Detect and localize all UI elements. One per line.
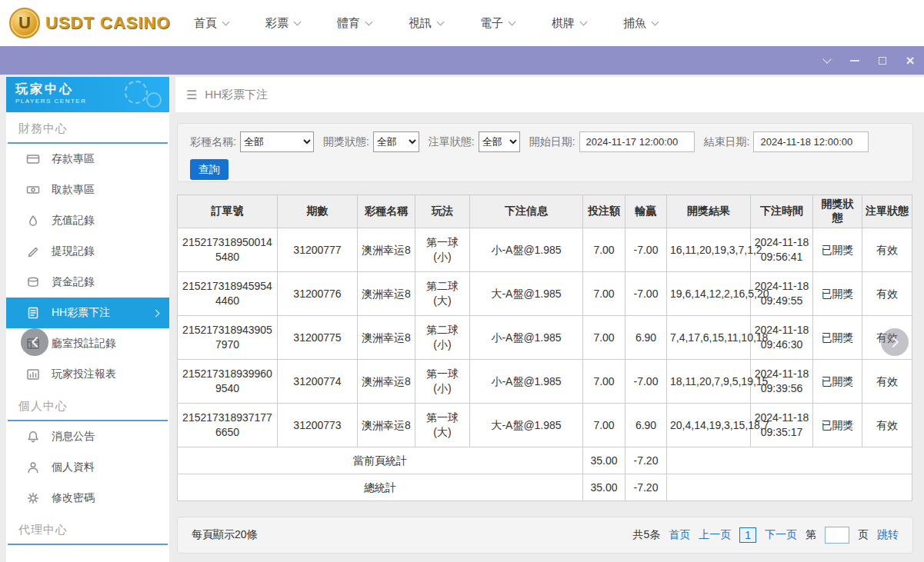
cell-play: 第一球(小) <box>415 360 470 404</box>
section-header-agent: 代理中心 <box>8 514 168 545</box>
cell-order-id: 2152173189399609540 <box>178 360 278 404</box>
order-status-select[interactable]: 全部 <box>479 131 520 152</box>
chevron-right-icon <box>152 309 160 317</box>
lottery-name-select[interactable]: 全部 <box>240 131 314 152</box>
sidebar-item-label: 消息公告 <box>52 430 95 444</box>
sidebar-item-withdraw[interactable]: 取款專區 <box>6 175 169 205</box>
cell-lottery: 澳洲幸运8 <box>358 404 415 447</box>
section-header-personal: 個人中心 <box>8 390 168 421</box>
draw-status-label: 開獎狀態: <box>323 135 369 149</box>
scroll-left-button[interactable] <box>21 328 48 356</box>
coin-logo-icon: U <box>9 8 40 38</box>
nav-item-slots[interactable]: 電子 <box>480 16 515 31</box>
page-jump-input[interactable] <box>825 527 849 544</box>
jump-link[interactable]: 跳转 <box>877 528 899 542</box>
table-row: 2152173189500145480 31200777 澳洲幸运8 第一球(小… <box>178 228 912 272</box>
collapse-button[interactable] <box>821 55 833 67</box>
sidebar-item-label: 修改密碼 <box>52 491 95 505</box>
nav-label: 彩票 <box>265 16 289 31</box>
sidebar-item-label: 個人資料 <box>52 461 95 474</box>
bell-icon <box>26 431 40 443</box>
breadcrumb: ☰ HH彩票下注 <box>175 77 924 112</box>
chevron-down-icon <box>580 18 588 26</box>
minimize-button[interactable] <box>849 55 861 67</box>
cell-amount: 7.00 <box>583 316 625 360</box>
nav-label: 棋牌 <box>552 16 575 31</box>
total-count-text: 共5条 <box>632 528 660 542</box>
draw-status-select[interactable]: 全部 <box>373 131 419 152</box>
maximize-button[interactable] <box>876 55 889 67</box>
sidebar-item-label: 取款專區 <box>52 183 95 197</box>
scroll-right-button[interactable] <box>881 328 909 356</box>
droplet-icon <box>26 214 40 227</box>
coin-letter: U <box>18 13 31 33</box>
sidebar-item-player-bet-report[interactable]: 玩家投注報表 <box>6 359 169 390</box>
cell-lottery: 澳洲幸运8 <box>358 228 415 272</box>
start-date-input[interactable] <box>579 131 695 152</box>
pencil-icon <box>26 245 40 258</box>
table-row: 2152173189399609540 31200774 澳洲幸运8 第一球(小… <box>178 360 912 404</box>
sidebar-item-label: 資金記錄 <box>52 275 95 289</box>
sidebar-item-label: 存款專區 <box>52 152 95 166</box>
window-titlebar: × <box>0 46 924 75</box>
cell-amount: 7.00 <box>583 272 625 316</box>
close-button[interactable]: × <box>904 55 916 67</box>
current-page-indicator[interactable]: 1 <box>739 527 756 543</box>
players-center-header: 玩家中心 PLAYERS CENTER <box>6 77 169 112</box>
page-summary-win-loss: -7.20 <box>625 447 667 474</box>
search-button[interactable]: 查詢 <box>190 159 228 180</box>
cell-draw-status: 已開獎 <box>813 404 862 447</box>
next-page-link[interactable]: 下一页 <box>765 528 797 542</box>
nav-item-cards[interactable]: 棋牌 <box>552 16 586 31</box>
cell-bet-info: 小-A盤@1.985 <box>470 228 583 272</box>
gear-icon <box>26 492 40 504</box>
end-date-input[interactable] <box>753 131 869 152</box>
report-chart-icon <box>26 368 40 381</box>
sidebar-item-withdrawal-records[interactable]: 提現記錄 <box>6 236 169 267</box>
close-icon: × <box>906 53 914 68</box>
sidebar-item-hh-lottery-bets[interactable]: HH彩票下注 <box>6 298 169 328</box>
sidebar-item-deposit[interactable]: 存款專區 <box>6 144 169 175</box>
nav-item-live[interactable]: 視訊 <box>409 16 443 31</box>
sidebar-item-announcements[interactable]: 消息公告 <box>6 421 169 452</box>
cell-order-status: 有效 <box>862 228 912 272</box>
nav-label: 體育 <box>337 16 360 31</box>
sidebar: 玩家中心 PLAYERS CENTER 財務中心 存款專區 取款專區 充值記錄 … <box>6 77 169 562</box>
nav-label: 首頁 <box>194 16 217 31</box>
chevron-left-icon <box>31 337 42 348</box>
nav-item-home[interactable]: 首頁 <box>194 16 228 31</box>
per-page-text: 每頁顯示20條 <box>192 528 258 542</box>
prev-page-link[interactable]: 上一页 <box>699 528 731 542</box>
nav-item-sports[interactable]: 體育 <box>337 16 372 31</box>
page-summary-amount: 35.00 <box>583 447 625 474</box>
maximize-icon <box>879 57 886 65</box>
cell-bet-info: 大-A盤@1.985 <box>470 404 583 447</box>
site-logo: U USDT CASINO <box>0 8 194 38</box>
nav-item-lottery[interactable]: 彩票 <box>265 16 300 31</box>
page-summary-row: 當前頁統計 35.00 -7.20 <box>178 447 912 474</box>
sidebar-item-change-password[interactable]: 修改密碼 <box>6 483 169 514</box>
cell-order-status: 有效 <box>862 272 912 316</box>
person-icon <box>26 461 40 474</box>
sidebar-item-profile[interactable]: 個人資料 <box>6 452 169 483</box>
chevron-down-icon <box>222 18 230 26</box>
total-summary-row: 總統計 35.00 -7.20 <box>178 474 912 501</box>
cell-draw-status: 已開獎 <box>813 228 862 272</box>
cell-period: 31200777 <box>278 228 358 272</box>
first-page-link[interactable]: 首页 <box>669 528 690 542</box>
nav-label: 電子 <box>480 16 503 31</box>
sidebar-item-label: 充值記錄 <box>52 214 95 228</box>
sidebar-item-recharge-records[interactable]: 充值記錄 <box>6 205 169 236</box>
cell-period: 31200773 <box>278 404 358 447</box>
col-order-status: 注單狀態 <box>862 195 912 228</box>
lottery-name-label: 彩種名稱: <box>190 135 236 149</box>
cell-result: 18,11,20,7,9,5,19,15 <box>667 360 751 404</box>
sidebar-item-fund-records[interactable]: 資金記錄 <box>6 267 169 298</box>
nav-label: 視訊 <box>409 16 432 31</box>
cell-win-loss: -7.00 <box>625 272 667 316</box>
nav-item-fishing[interactable]: 捕魚 <box>623 16 658 31</box>
top-navigation: U USDT CASINO 首頁 彩票 體育 視訊 電子 棋牌 捕魚 <box>0 0 924 46</box>
col-win-loss: 輸贏 <box>625 195 667 228</box>
col-period: 期數 <box>278 195 358 228</box>
hamburger-icon[interactable]: ☰ <box>186 88 197 102</box>
